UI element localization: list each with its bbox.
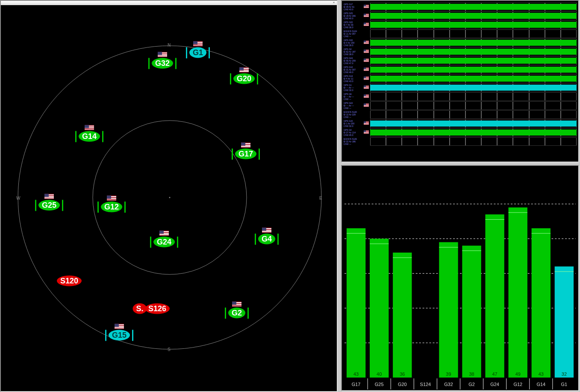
signal-bar-track <box>370 3 577 11</box>
snr-bar-value: 43 <box>539 371 544 377</box>
satellite-g4[interactable]: G4 <box>258 234 275 245</box>
signal-row: GPS G22El --- Az ---C/N0 --- <box>344 101 577 110</box>
us-flag-icon <box>193 41 203 47</box>
signal-bar-fill <box>370 4 577 10</box>
snr-bar-value: 32 <box>562 371 567 377</box>
satellite-g1[interactable]: G1 <box>189 47 206 58</box>
satellite-g17[interactable]: G17 <box>235 149 256 159</box>
satellite-label: G20 <box>233 74 255 84</box>
us-flag-icon <box>364 94 369 98</box>
satellite-label: G1 <box>189 47 206 58</box>
signal-row-flag <box>363 92 369 100</box>
satellite-g25[interactable]: G25 <box>38 200 60 211</box>
signal-bar-fill <box>370 67 577 73</box>
compass-s: S <box>168 347 171 352</box>
snr-bar-category: G14 <box>536 382 545 387</box>
us-flag-icon <box>364 23 369 26</box>
signal-row: GPS G4El 27 Az 114C/N0 45.0 <box>344 128 577 137</box>
satellite-label: G24 <box>153 237 175 248</box>
signal-row-flag <box>363 21 369 28</box>
satellite-label: S120 <box>57 276 82 286</box>
us-flag-icon <box>241 143 250 148</box>
signal-row-flag <box>363 56 369 64</box>
signal-bar-fill <box>370 130 577 136</box>
snr-bar-value: 38 <box>469 371 474 377</box>
snr-bar <box>555 266 574 377</box>
us-flag-icon <box>364 130 369 134</box>
signal-row-labels: GPS G32El 0 Az 150C/N0 39.0 <box>344 38 362 47</box>
snr-bar-value: 36 <box>400 371 405 377</box>
signal-row-labels: EGNOS S126El 22 Az 186C/N0 --- <box>344 137 362 146</box>
signal-row: GPS G25El 18 Az 266C/N0 40.0 <box>344 12 577 20</box>
us-flag-icon <box>364 41 369 44</box>
signal-row-flag <box>363 12 369 19</box>
signal-bar-track <box>370 21 577 29</box>
signal-row-labels: GPS G15El 1 Az 200C/N0 32.0 <box>344 119 362 128</box>
signal-row-flag <box>363 38 369 46</box>
satellite-s120[interactable]: S120 <box>57 276 82 286</box>
signal-bar-track <box>370 29 577 38</box>
satellite-label: G12 <box>101 202 122 212</box>
us-flag-icon <box>364 85 369 89</box>
satellite-g14[interactable]: G14 <box>79 131 100 142</box>
snr-bar-value: 43 <box>353 371 359 377</box>
us-flag-icon <box>232 302 241 307</box>
signal-bar-track <box>370 101 577 110</box>
snr-bar <box>462 246 481 378</box>
satellite-label: G14 <box>79 131 100 142</box>
snr-bar-category: G2 <box>468 382 475 387</box>
compass-n: N <box>168 43 171 47</box>
satellite-label: G15 <box>109 330 130 341</box>
signal-row: GPS G15El 1 Az 200C/N0 32.0 <box>344 119 577 128</box>
snr-bar-value: 39 <box>446 371 451 377</box>
satellite-g15[interactable]: G15 <box>109 330 130 341</box>
signal-row-flag <box>363 119 369 127</box>
signal-bar-track <box>370 56 577 65</box>
signal-row: GPS G14El 4 Az 11C/N0 43.0 <box>344 74 577 83</box>
signal-bar-fill <box>370 13 577 19</box>
signal-row: GPS G2El 62 Az 187C/N0 38.0 <box>344 47 577 56</box>
us-flag-icon <box>364 5 369 8</box>
signal-row-labels: GPS G6El --- Az ---C/N0 --- <box>344 92 362 101</box>
satellite-label: G4 <box>258 234 275 245</box>
signal-row-labels: GPS G12El 31 Az 307C/N0 49.0 <box>344 65 362 74</box>
satellite-g24[interactable]: G24 <box>153 237 175 248</box>
us-flag-icon <box>364 14 369 17</box>
us-flag-icon <box>115 324 124 329</box>
signal-row-labels: GPS G24El 56 Az 259C/N0 47.0 <box>344 56 362 65</box>
satellite-label: G25 <box>38 200 60 211</box>
signal-row: GPS G20El 7 Az 33C/N0 36.0 <box>344 21 577 29</box>
signal-row-labels: GPS G20El 7 Az 33C/N0 36.0 <box>344 21 362 29</box>
snr-bar-value: 47 <box>492 371 498 377</box>
signal-row-flag <box>363 29 369 37</box>
us-flag-icon <box>107 196 116 201</box>
satellite-label: S126 <box>145 304 170 314</box>
signal-bar-track <box>370 12 577 20</box>
snr-bar-category: G17 <box>352 382 361 387</box>
us-flag-icon <box>364 50 369 53</box>
satellite-g20[interactable]: G20 <box>233 74 255 84</box>
signal-row-flag <box>363 47 369 55</box>
signal-row: GPS G17El 39 Az 61C/N0 43.0 <box>344 3 577 11</box>
us-flag-icon <box>364 59 369 62</box>
close-icon[interactable]: × <box>332 1 336 4</box>
signal-row: GPS G32El 0 Az 150C/N0 39.0 <box>344 38 577 47</box>
satellite-g32[interactable]: G32 <box>152 58 173 69</box>
snr-bar <box>347 228 365 377</box>
snr-bar-category: G25 <box>375 382 384 387</box>
satellite-g2[interactable]: G2 <box>228 308 245 318</box>
snr-bar-value: 40 <box>377 371 382 377</box>
snr-bar <box>439 242 458 377</box>
satellite-s126[interactable]: S126 <box>145 304 170 314</box>
satellite-label: G2 <box>228 308 245 318</box>
snr-bar-category: G12 <box>513 382 522 387</box>
signal-row: GPS G12El 31 Az 307C/N0 49.0 <box>344 65 577 74</box>
signal-row: GPS G1El --- Az ---C/N0 32.0 <box>344 83 577 92</box>
signal-bar-fill <box>370 49 577 55</box>
signal-row-flag <box>363 65 369 73</box>
signal-bar-track <box>370 110 577 119</box>
signal-row-labels: GPS G25El 18 Az 266C/N0 40.0 <box>344 12 362 20</box>
signal-row-labels: GPS G14El 4 Az 11C/N0 43.0 <box>344 74 362 83</box>
signal-row-flag <box>363 74 369 82</box>
satellite-g12[interactable]: G12 <box>101 202 122 212</box>
